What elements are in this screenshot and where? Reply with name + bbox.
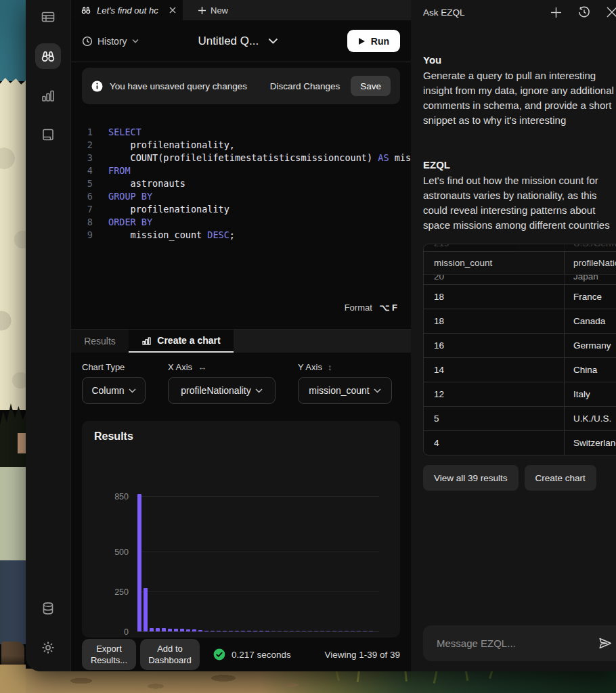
code-text: ORDER BY <box>93 216 152 229</box>
table-row[interactable]: 4Switzerland <box>424 430 616 455</box>
export-results-button[interactable]: Export Results... <box>82 639 136 670</box>
bar <box>253 631 257 631</box>
wallpaper-left-strip <box>0 0 26 693</box>
query-title-dropdown[interactable]: Untitled Q... <box>198 35 278 48</box>
tab-create-chart[interactable]: Create a chart <box>129 330 234 353</box>
sql-editor[interactable]: You have unsaved query changes Discard C… <box>71 62 411 329</box>
code-line: 2 profilenationality, <box>71 139 411 152</box>
unsaved-changes-banner: You have unsaved query changes Discard C… <box>82 68 400 104</box>
chart-controls: Chart Type Column X Axis↔ profileNationa… <box>71 353 411 405</box>
close-tab-icon[interactable] <box>169 7 176 14</box>
y-axis-select[interactable]: mission_count <box>298 377 392 404</box>
sidebar-item-settings[interactable] <box>35 635 61 661</box>
wallpaper-person-face <box>18 433 26 453</box>
line-number: 2 <box>71 139 93 152</box>
query-status: 0.217 seconds <box>213 648 291 661</box>
bar <box>332 631 336 631</box>
code-text: profilenationality, <box>93 139 235 152</box>
bar <box>296 631 300 631</box>
y-tick-label: 250 <box>104 587 129 597</box>
code-line: 3 COUNT(profilelifetimestatisticsmission… <box>71 152 411 164</box>
horizontal-arrow-icon: ↔ <box>198 362 206 372</box>
table-row[interactable]: 5U.K./U.S. <box>424 406 616 430</box>
create-chart-button[interactable]: Create chart <box>525 465 596 491</box>
viewing-range: Viewing 1-39 of 39 <box>324 650 400 660</box>
wallpaper-ground-strip <box>0 669 616 693</box>
tab-title: Let's find out hc <box>97 5 164 16</box>
bar <box>217 631 221 631</box>
bar-chart-icon <box>41 88 56 103</box>
bar <box>271 631 276 631</box>
wallpaper-person-shirt <box>0 467 26 560</box>
bar <box>174 629 178 631</box>
bar <box>290 631 294 631</box>
line-number: 6 <box>71 190 93 203</box>
history-button[interactable]: History <box>82 36 139 47</box>
assistant-message: Let's find out how the mission count for… <box>423 173 616 233</box>
table-row-partially-hidden[interactable]: 20Japan <box>424 274 616 284</box>
code-text: mission_count DESC; <box>93 229 235 242</box>
assistant-title: Ask EZQL <box>423 7 465 18</box>
bar <box>265 631 269 631</box>
new-tab-button[interactable]: New <box>188 0 238 20</box>
code-line: 6GROUP BY <box>71 190 411 203</box>
bar <box>223 631 227 631</box>
y-tick-label: 0 <box>104 627 129 637</box>
bar <box>314 631 318 631</box>
sidebar-item-tables[interactable] <box>35 4 61 30</box>
add-to-dashboard-button[interactable]: Add to Dashboard <box>140 639 200 670</box>
tab-results[interactable]: Results <box>71 330 129 353</box>
chat-input-container <box>423 625 616 661</box>
code-text: GROUP BY <box>93 190 152 203</box>
sidebar-item-database[interactable] <box>35 596 61 621</box>
wallpaper-clouds <box>0 77 26 410</box>
bar <box>369 631 373 631</box>
line-number: 9 <box>71 229 93 242</box>
sidebar-item-charts[interactable] <box>35 83 61 108</box>
view-all-results-button[interactable]: View all 39 results <box>423 465 519 491</box>
app-window: Let's find out hc New History Untitled Q… <box>26 0 616 671</box>
chevron-down-icon <box>129 388 136 393</box>
bar <box>363 631 367 631</box>
code-line: 7 profilenationality <box>71 203 411 216</box>
chart-title: Results <box>94 430 133 443</box>
chevron-down-icon <box>255 388 263 393</box>
bar <box>326 631 330 631</box>
table-row-clipped-above: 219U.S./Germa <box>424 244 616 251</box>
user-message: Generate a query to pull an interesting … <box>423 68 616 128</box>
format-shortcut[interactable]: Format ⌥ F <box>345 303 397 313</box>
discard-changes-button[interactable]: Discard Changes <box>270 81 340 91</box>
sidebar-item-notebook[interactable] <box>35 122 61 148</box>
chat-history-icon[interactable] <box>577 5 591 19</box>
table-row[interactable]: 18France <box>424 284 616 309</box>
send-icon[interactable] <box>598 636 613 650</box>
query-title: Untitled Q... <box>198 35 259 48</box>
close-panel-icon[interactable] <box>606 6 616 18</box>
table-row[interactable]: 16Germany <box>424 333 616 357</box>
chart-card: Results 0250500850 <box>82 421 400 638</box>
results-tabs: Results Create a chart <box>71 329 411 353</box>
chart-type-value: Column <box>91 385 124 396</box>
code-text: SELECT <box>93 126 141 139</box>
chat-input[interactable] <box>437 638 592 649</box>
line-number: 5 <box>71 177 93 190</box>
y-axis-label: Y Axis↕ <box>298 362 392 372</box>
chart-type-select[interactable]: Column <box>82 377 146 404</box>
tab-active-query[interactable]: Let's find out hc <box>71 0 183 20</box>
code-text: astronauts <box>93 177 185 190</box>
x-axis-select[interactable]: profileNationality <box>168 377 276 404</box>
table-row[interactable]: 18Canada <box>424 309 616 333</box>
table-row[interactable]: 14China <box>424 357 616 382</box>
save-button[interactable]: Save <box>351 76 391 96</box>
code-text: profilenationality <box>93 203 229 216</box>
y-tick-label: 850 <box>104 492 129 501</box>
sidebar-item-explore[interactable] <box>35 43 61 69</box>
history-label: History <box>97 36 127 47</box>
bar <box>308 631 312 631</box>
table-row[interactable]: 12Italy <box>424 382 616 406</box>
code-line: 5 astronauts <box>71 177 411 190</box>
sql-code[interactable]: 1SELECT2 profilenationality,3 COUNT(prof… <box>71 126 411 242</box>
new-chat-icon[interactable] <box>550 6 563 19</box>
run-button[interactable]: Run <box>347 30 400 52</box>
line-number: 3 <box>71 152 93 164</box>
